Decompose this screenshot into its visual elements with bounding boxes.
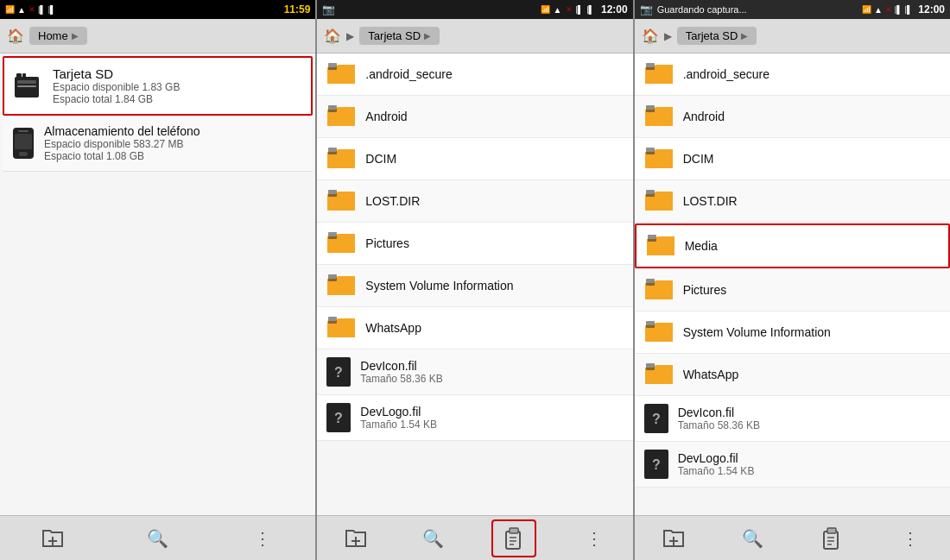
home-icon-r: 🏠 — [642, 28, 659, 44]
new-folder-btn-middle[interactable] — [337, 521, 375, 556]
list-item[interactable]: System Volume Information — [317, 265, 632, 307]
list-item[interactable]: LOST.DIR — [317, 180, 632, 223]
breadcrumb-sd-btn-m[interactable]: Tarjeta SD ▶ — [359, 27, 440, 45]
list-item[interactable]: Pictures — [635, 269, 950, 311]
breadcrumb-home-btn[interactable]: Home ▶ — [29, 27, 87, 45]
toolbar-middle: 🔍 ⋮ — [317, 515, 632, 560]
svg-rect-17 — [328, 317, 337, 324]
svg-rect-11 — [328, 63, 337, 70]
more-btn-left[interactable]: ⋮ — [244, 521, 282, 556]
status-bar-right: 📷 Guardando captura... 📶 ▲ ✕ |▌ |▌ 12:00 — [635, 0, 950, 19]
file-name: .android_secure — [683, 67, 770, 81]
file-name: Android — [365, 110, 407, 123]
breadcrumb-sd-btn-r[interactable]: Tarjeta SD ▶ — [677, 27, 757, 45]
folder-icon — [326, 60, 357, 88]
folder-icon — [643, 145, 674, 173]
file-unknown-icon: ? — [643, 403, 669, 434]
breadcrumb-home-label: Home — [38, 29, 68, 42]
signal2-icon: |▌ — [48, 5, 56, 14]
svg-text:?: ? — [652, 412, 661, 426]
folder-icon — [643, 361, 674, 388]
list-item[interactable]: ? DevLogo.fil Tamaño 1.54 KB — [317, 395, 632, 441]
file-list-right: .android_secure Android DCIM — [635, 53, 950, 515]
svg-rect-35 — [646, 321, 655, 328]
list-item[interactable]: ? DevIcon.fil Tamaño 58.36 KB — [635, 396, 950, 442]
file-name: DCIM — [365, 152, 396, 166]
storage-phone-total: Espacio total 1.08 GB — [44, 150, 304, 162]
breadcrumb-sep-m: ▶ — [346, 30, 354, 42]
camera-notify-icon: 📷 — [322, 3, 335, 16]
sim-icon: 📶 — [5, 5, 15, 14]
folder-icon — [645, 232, 676, 260]
new-folder-btn-right[interactable] — [655, 521, 693, 556]
storage-phone-info: Almacenamiento del teléfono Espacio disp… — [44, 124, 304, 162]
signal-icon-m: |▌ — [576, 5, 584, 14]
list-item[interactable]: System Volume Information — [635, 311, 950, 354]
toolbar-right: 🔍 ⋮ — [635, 515, 950, 560]
svg-rect-25 — [510, 528, 518, 533]
list-item[interactable]: Android — [317, 96, 632, 138]
storage-item-phone[interactable]: Almacenamiento del teléfono Espacio disp… — [3, 116, 313, 172]
status-time: 11:59 — [284, 3, 311, 16]
svg-text:?: ? — [652, 457, 661, 472]
file-name: Media — [685, 239, 718, 253]
breadcrumb-left: 🏠 Home ▶ — [0, 19, 315, 53]
folder-icon — [643, 103, 674, 130]
search-btn-right[interactable]: 🔍 — [734, 521, 772, 556]
status-time-m: 12:00 — [601, 3, 628, 16]
svg-rect-24 — [506, 532, 520, 549]
file-name: DevLogo.fil — [360, 405, 437, 418]
panel-left: 📶 ▲ ✕ |▌ |▌ 11:59 🏠 Home ▶ — [0, 0, 317, 560]
list-item[interactable]: DCIM — [317, 138, 632, 180]
signal-x-icon-m: ✕ — [566, 5, 573, 14]
list-item[interactable]: DCIM — [635, 138, 950, 180]
sd-card-icon — [13, 73, 44, 99]
list-item[interactable]: LOST.DIR — [635, 180, 950, 223]
storage-item-sd[interactable]: Tarjeta SD Espacio disponible 1.83 GB Es… — [3, 56, 313, 116]
list-item[interactable]: Android — [635, 96, 950, 138]
storage-sd-info: Tarjeta SD Espacio disponible 1.83 GB Es… — [53, 66, 302, 105]
file-name: WhatsApp — [365, 321, 421, 335]
file-name: DevIcon.fil — [360, 359, 442, 373]
new-folder-btn-left[interactable] — [34, 521, 72, 556]
search-btn-middle[interactable]: 🔍 — [414, 521, 452, 556]
svg-rect-44 — [827, 528, 836, 533]
search-btn-left[interactable]: 🔍 — [139, 521, 177, 556]
more-btn-right[interactable]: ⋮ — [891, 521, 929, 556]
list-item[interactable]: ? DevIcon.fil Tamaño 58.36 KB — [317, 349, 632, 395]
file-detail: Tamaño 58.36 KB — [360, 373, 442, 385]
list-item[interactable]: .android_secure — [635, 53, 950, 96]
home-icon: 🏠 — [7, 28, 24, 44]
signal-icon: |▌ — [38, 5, 46, 14]
svg-rect-7 — [19, 152, 28, 156]
breadcrumb-sd-label-r: Tarjeta SD — [686, 29, 738, 42]
list-item[interactable]: WhatsApp — [635, 354, 950, 396]
storage-sd-total: Espacio total 1.84 GB — [53, 93, 302, 105]
folder-icon — [643, 187, 674, 215]
storage-phone-free: Espacio disponible 583.27 MB — [44, 138, 304, 150]
list-item-media[interactable]: Media — [635, 223, 950, 268]
list-item[interactable]: Pictures — [317, 223, 632, 265]
more-btn-middle[interactable]: ⋮ — [575, 521, 613, 556]
file-detail: Tamaño 1.54 KB — [360, 418, 437, 431]
folder-icon — [326, 187, 357, 215]
file-name: System Volume Information — [683, 325, 831, 339]
list-item[interactable]: ? DevLogo.fil Tamaño 1.54 KB — [635, 442, 950, 488]
svg-rect-12 — [328, 105, 337, 112]
list-item[interactable]: WhatsApp — [317, 307, 632, 349]
toolbar-left: 🔍 ⋮ — [0, 515, 315, 560]
file-name: DevIcon.fil — [678, 406, 760, 419]
status-bar-left: 📶 ▲ ✕ |▌ |▌ 11:59 — [0, 0, 315, 19]
breadcrumb-middle: 🏠 ▶ Tarjeta SD ▶ — [317, 19, 632, 53]
list-item[interactable]: .android_secure — [317, 53, 632, 96]
file-list-middle: .android_secure Android DCIM — [317, 53, 632, 515]
folder-icon — [643, 60, 674, 88]
file-name: Pictures — [365, 236, 409, 250]
folder-icon — [326, 103, 357, 130]
paste-btn-right[interactable] — [813, 521, 851, 556]
paste-btn-middle[interactable] — [491, 519, 536, 557]
file-name: Pictures — [683, 283, 727, 297]
svg-rect-36 — [646, 363, 655, 370]
file-unknown-icon: ? — [326, 402, 352, 433]
file-name: LOST.DIR — [365, 194, 420, 208]
